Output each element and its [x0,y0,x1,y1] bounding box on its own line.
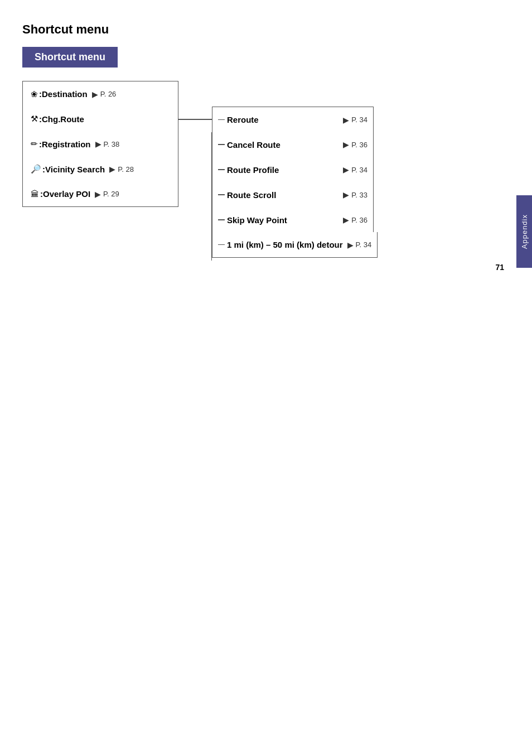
destination-icon: ❀ [31,89,38,99]
shortcut-box-header: Shortcut menu [22,47,118,68]
right-item-routeprofile: Route Profile ▶ P. 34 [212,157,378,182]
cancelroute-page: P. 36 [351,141,367,149]
vicinity-icon: 🔎 [31,164,41,174]
destination-page: P. 26 [100,90,117,98]
vicinity-page: P. 28 [118,165,134,174]
registration-arrow: ▶ [95,139,101,148]
left-item-chgroute: ⚒ :Chg.Route [22,106,178,132]
overlay-label: :Overlay POI [40,189,90,199]
right-item-routescroll: Route Scroll ▶ P. 33 [212,182,378,208]
right-item-detour: 1 mi (km) – 50 mi (km) detour ▶ P. 34 [212,232,378,258]
diagram-main: ❀ :Destination ▶ P. 26 ⚒ :Chg.Route ✏ :R… [22,81,504,261]
registration-page: P. 38 [104,140,120,148]
destination-arrow: ▶ [92,90,98,99]
registration-icon: ✏ [31,139,38,149]
routeprofile-page: P. 34 [351,166,367,174]
vicinity-box: 🔎 :Vicinity Search ▶ P. 28 [22,156,178,182]
routeprofile-arrow: ▶ [343,165,349,174]
left-item-overlay: 🏛 :Overlay POI ▶ P. 29 [22,181,178,207]
appendix-label: Appendix [520,214,529,249]
left-item-registration: ✏ :Registration ▶ P. 38 [22,131,178,157]
chgroute-label: :Chg.Route [39,114,84,124]
overlay-box: 🏛 :Overlay POI ▶ P. 29 [22,181,178,207]
routeprofile-label: Route Profile [227,165,279,175]
right-panel: Reroute ▶ P. 34 Cancel Route ▶ P. 36 [212,107,378,257]
registration-box: ✏ :Registration ▶ P. 38 [22,131,178,157]
skipwaypoint-label: Skip Way Point [227,215,287,225]
cancelroute-label: Cancel Route [227,140,280,150]
overlay-page: P. 29 [103,190,119,198]
skipwaypoint-page: P. 36 [351,216,367,224]
page-container: Shortcut menu Shortcut menu ❀ :Destinati… [0,0,532,283]
left-item-vicinity: 🔎 :Vicinity Search ▶ P. 28 [22,156,178,182]
routescroll-arrow: ▶ [343,190,349,199]
destination-box: ❀ :Destination ▶ P. 26 [22,81,178,107]
connector-region [178,81,212,261]
reroute-arrow: ▶ [343,115,349,124]
overlay-icon: 🏛 [31,189,39,199]
reroute-label: Reroute [227,115,259,124]
detour-arrow: ▶ [347,240,354,249]
right-item-reroute: Reroute ▶ P. 34 [212,107,378,132]
detour-page: P. 34 [356,240,372,249]
page-number: 71 [495,263,504,272]
vicinity-arrow: ▶ [109,165,115,174]
appendix-tab: Appendix [516,195,532,268]
registration-label: :Registration [39,139,91,149]
routescroll-page: P. 33 [351,191,367,199]
routescroll-label: Route Scroll [227,190,276,200]
chgroute-box: ⚒ :Chg.Route [22,106,178,132]
detour-label: 1 mi (km) – 50 mi (km) detour [227,240,343,249]
right-item-skipwaypoint: Skip Way Point ▶ P. 36 [212,207,378,233]
destination-label: :Destination [39,89,88,99]
vicinity-label: :Vicinity Search [42,165,105,174]
overlay-arrow: ▶ [95,190,101,199]
cancelroute-arrow: ▶ [343,140,349,149]
chgroute-icon: ⚒ [31,114,38,124]
left-item-destination: ❀ :Destination ▶ P. 26 [22,81,178,107]
reroute-page: P. 34 [351,115,367,124]
left-panel: ❀ :Destination ▶ P. 26 ⚒ :Chg.Route ✏ :R… [22,81,178,206]
right-item-cancelroute: Cancel Route ▶ P. 36 [212,132,378,157]
skipwaypoint-arrow: ▶ [343,215,349,224]
main-title: Shortcut menu [22,22,504,37]
